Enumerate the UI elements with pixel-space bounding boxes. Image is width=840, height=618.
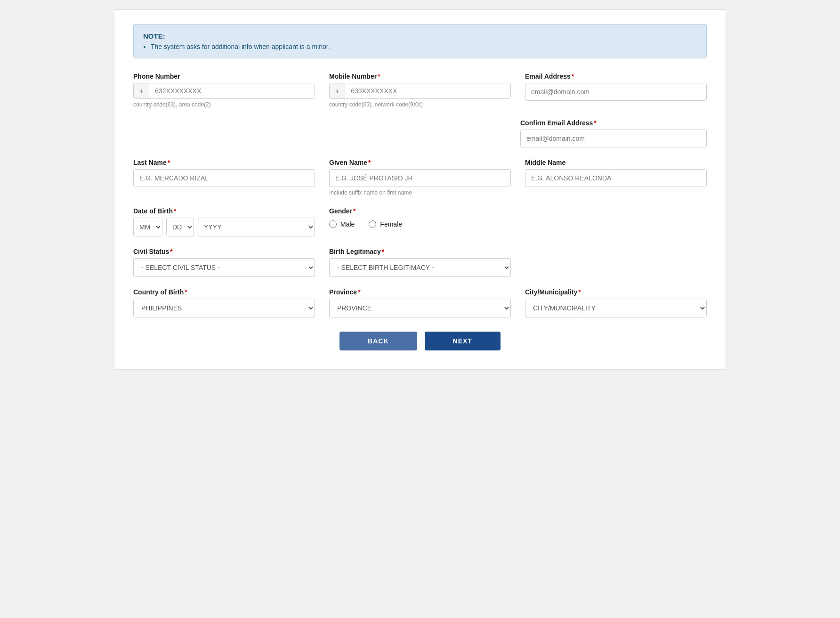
col-dob: Date of Birth* MM 01020304 05060708 0910… bbox=[133, 207, 315, 236]
col-phone: Phone Number + country code(63), area co… bbox=[133, 73, 315, 108]
col-confirm-email: Confirm Email Address* bbox=[520, 119, 707, 147]
city-select[interactable]: CITY/MUNICIPALITY bbox=[525, 299, 707, 317]
birth-legitimacy-required: * bbox=[382, 248, 384, 255]
gender-male-radio[interactable] bbox=[329, 220, 337, 228]
col-country: Country of Birth* PHILIPPINES bbox=[133, 288, 315, 317]
confirm-email-input[interactable] bbox=[520, 130, 707, 147]
dob-required: * bbox=[174, 207, 176, 215]
next-button[interactable]: NEXT bbox=[425, 332, 501, 350]
city-required: * bbox=[578, 288, 581, 296]
dob-label: Date of Birth* bbox=[133, 207, 315, 215]
back-button[interactable]: BACK bbox=[339, 332, 417, 350]
province-label: Province* bbox=[329, 288, 511, 296]
col-gender: Gender* Male Female bbox=[329, 207, 511, 228]
city-label: City/Municipality* bbox=[525, 288, 707, 296]
note-title: NOTE: bbox=[143, 32, 697, 40]
col-mobile: Mobile Number* + country code(63), netwo… bbox=[329, 73, 511, 108]
middle-name-input[interactable] bbox=[525, 169, 707, 187]
col-given-name: Given Name* Include suffix name on first… bbox=[329, 159, 511, 196]
email-label: Email Address* bbox=[525, 73, 707, 80]
note-content: The system asks for additional info when… bbox=[143, 43, 697, 50]
mobile-input-group: + bbox=[329, 83, 511, 99]
phone-input-group: + bbox=[133, 83, 315, 99]
given-name-required: * bbox=[368, 159, 371, 166]
gender-female-label: Female bbox=[380, 220, 402, 228]
mobile-prefix: + bbox=[330, 83, 345, 98]
phone-hint: country code(63), area code(2) bbox=[133, 101, 315, 108]
gender-female-option[interactable]: Female bbox=[369, 220, 402, 228]
day-select[interactable]: DD 01020304 05060708 09101112 13141516 1… bbox=[166, 218, 194, 236]
phone-input[interactable] bbox=[149, 83, 315, 98]
last-name-label: Last Name* bbox=[133, 159, 315, 166]
last-name-required: * bbox=[168, 159, 170, 166]
button-row: BACK NEXT bbox=[133, 332, 707, 350]
country-select[interactable]: PHILIPPINES bbox=[133, 299, 315, 317]
birth-legitimacy-select[interactable]: - SELECT BIRTH LEGITIMACY - Legitimate I… bbox=[329, 258, 511, 277]
col-civil-status: Civil Status* - SELECT CIVIL STATUS - Si… bbox=[133, 248, 315, 277]
year-select[interactable]: YYYY bbox=[198, 218, 315, 236]
col-city: City/Municipality* CITY/MUNICIPALITY bbox=[525, 288, 707, 317]
note-box: NOTE: The system asks for additional inf… bbox=[133, 24, 707, 58]
col-last-name: Last Name* bbox=[133, 159, 315, 187]
civil-status-required: * bbox=[170, 248, 172, 255]
last-name-input[interactable] bbox=[133, 169, 315, 187]
country-label: Country of Birth* bbox=[133, 288, 315, 296]
row-phone-email: Phone Number + country code(63), area co… bbox=[133, 73, 707, 108]
row-civil-legitimacy: Civil Status* - SELECT CIVIL STATUS - Si… bbox=[133, 248, 707, 277]
province-select[interactable]: PROVINCE bbox=[329, 299, 511, 317]
mobile-required: * bbox=[378, 73, 380, 80]
civil-status-select[interactable]: - SELECT CIVIL STATUS - Single Married W… bbox=[133, 258, 315, 277]
mobile-hint: country code(63), network code(9XX) bbox=[329, 101, 511, 108]
gender-male-label: Male bbox=[340, 220, 355, 228]
date-row: MM 01020304 05060708 09101112 DD 0102030… bbox=[133, 218, 315, 236]
row-confirm-email: Confirm Email Address* bbox=[133, 119, 707, 147]
given-name-input[interactable] bbox=[329, 169, 511, 187]
civil-status-label: Civil Status* bbox=[133, 248, 315, 255]
col-email: Email Address* bbox=[525, 73, 707, 101]
gender-female-radio[interactable] bbox=[369, 220, 376, 228]
phone-prefix: + bbox=[134, 83, 149, 98]
gender-options: Male Female bbox=[329, 218, 511, 228]
gender-required: * bbox=[353, 207, 355, 215]
country-required: * bbox=[185, 288, 187, 296]
birth-legitimacy-label: Birth Legitimacy* bbox=[329, 248, 511, 255]
mobile-label: Mobile Number* bbox=[329, 73, 511, 80]
row-location: Country of Birth* PHILIPPINES Province* … bbox=[133, 288, 707, 317]
given-name-hint: Include suffix name on first name bbox=[329, 189, 511, 196]
row-names: Last Name* Given Name* Include suffix na… bbox=[133, 159, 707, 196]
col-province: Province* PROVINCE bbox=[329, 288, 511, 317]
given-name-label: Given Name* bbox=[329, 159, 511, 166]
gender-male-option[interactable]: Male bbox=[329, 220, 355, 228]
mobile-input[interactable] bbox=[345, 83, 510, 98]
col-birth-legitimacy: Birth Legitimacy* - SELECT BIRTH LEGITIM… bbox=[329, 248, 511, 277]
middle-name-label: Middle Name bbox=[525, 159, 707, 166]
row-dob-gender: Date of Birth* MM 01020304 05060708 0910… bbox=[133, 207, 707, 236]
col-middle-name: Middle Name bbox=[525, 159, 707, 187]
province-required: * bbox=[358, 288, 360, 296]
email-input[interactable] bbox=[525, 83, 707, 101]
email-required: * bbox=[572, 73, 574, 80]
note-bullet: The system asks for additional info when… bbox=[151, 43, 697, 50]
form-container: NOTE: The system asks for additional inf… bbox=[114, 9, 726, 370]
confirm-email-label: Confirm Email Address* bbox=[520, 119, 707, 127]
confirm-email-required: * bbox=[594, 119, 596, 127]
gender-label: Gender* bbox=[329, 207, 511, 215]
month-select[interactable]: MM 01020304 05060708 09101112 bbox=[133, 218, 162, 236]
phone-label: Phone Number bbox=[133, 73, 315, 80]
